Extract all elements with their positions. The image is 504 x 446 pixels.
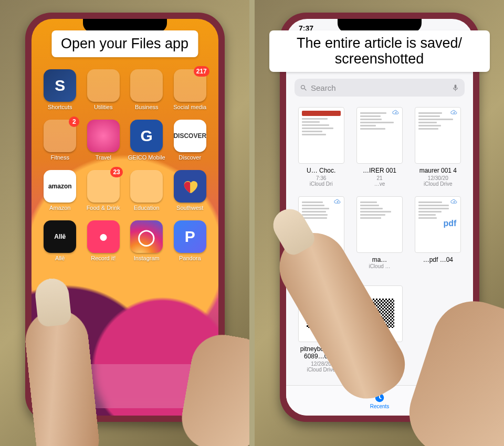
app-label: Pandora	[179, 255, 201, 261]
app-label: GEICO Mobile	[128, 154, 165, 161]
mic-icon[interactable]	[452, 84, 459, 92]
file-item[interactable]: ma…iCloud …	[353, 196, 406, 276]
app-label: Fitness	[51, 154, 69, 161]
app-label: Business	[135, 104, 159, 110]
app-instagram[interactable]: ◯Instagram	[128, 220, 166, 261]
search-input[interactable]: Search	[295, 79, 465, 97]
app-icon[interactable]: S	[44, 69, 76, 102]
folder-icon[interactable]	[130, 170, 163, 203]
tab-label: Recents	[370, 403, 390, 409]
app-icon[interactable]: ●	[87, 220, 120, 253]
right-panel: The entire article is saved/ screenshott…	[255, 0, 504, 446]
app-label: Southwest	[176, 205, 203, 211]
file-item[interactable]: U… Choc.7:36iCloud Dri	[295, 107, 348, 187]
app-icon[interactable]: G	[130, 120, 163, 152]
file-thumbnail[interactable]	[298, 107, 344, 164]
folder-icon[interactable]: 217	[174, 69, 206, 102]
app-label: Discover	[178, 154, 201, 161]
cloud-icon	[392, 110, 400, 115]
app-label: Shortcuts	[48, 104, 72, 110]
app-icon[interactable]: P	[174, 220, 206, 253]
app-label: Record it!	[91, 255, 116, 261]
file-thumbnail[interactable]	[356, 107, 403, 164]
app-icon[interactable]	[174, 170, 206, 203]
badge: 23	[110, 167, 122, 177]
file-thumbnail[interactable]: pdf	[415, 196, 461, 253]
folder-icon[interactable]: 2	[44, 120, 76, 152]
file-date: 12/28/20	[311, 361, 331, 367]
file-name: …IRER 001	[363, 167, 396, 174]
app-shortcuts[interactable]: SShortcuts	[41, 69, 79, 110]
file-location: …ve	[374, 181, 385, 187]
app-travel[interactable]: Travel	[85, 120, 123, 161]
file-name: …pdf …04	[423, 256, 453, 263]
app-business[interactable]: Business	[128, 69, 166, 110]
app-pandora[interactable]: PPandora	[171, 220, 209, 261]
app-label: Food & Drink	[87, 205, 120, 211]
file-item[interactable]: …IRER 00121…ve	[353, 107, 406, 187]
app-social-media[interactable]: 217Social media	[171, 69, 209, 110]
caption-right: The entire article is saved/ screenshott…	[269, 30, 490, 72]
badge: 217	[194, 66, 209, 77]
app-icon[interactable]: Allē	[44, 220, 76, 253]
cloud-icon	[450, 199, 458, 204]
file-date: 21	[376, 175, 382, 181]
file-date: 12/30/20	[428, 175, 448, 181]
file-date: 7:36	[316, 175, 326, 181]
file-name: U… Choc.	[307, 167, 335, 174]
file-location: iCloud Drive	[307, 367, 335, 373]
app-discover[interactable]: DISCOVERDiscover	[171, 120, 209, 161]
folder-icon[interactable]	[130, 69, 163, 102]
app-fitness[interactable]: 2Fitness	[41, 120, 79, 161]
app-label: Education	[134, 205, 160, 211]
search-placeholder: Search	[311, 83, 336, 92]
badge: 2	[69, 116, 79, 127]
app-record-it-[interactable]: ●Record it!	[85, 220, 123, 261]
app-icon[interactable]	[87, 120, 120, 152]
app-label: Instagram	[134, 255, 160, 261]
app-label: Allē	[55, 255, 65, 261]
app-amazon[interactable]: amazonAmazon	[41, 170, 79, 211]
app-food-drink[interactable]: 23Food & Drink	[85, 170, 123, 211]
app-icon[interactable]: DISCOVER	[174, 120, 206, 152]
left-panel: Open your Files app SShortcutsUtilitiesB…	[0, 0, 249, 446]
file-location: iCloud Dri	[310, 181, 333, 187]
app-label: Travel	[96, 154, 111, 161]
app-icon[interactable]: ◯	[130, 220, 163, 253]
folder-icon[interactable]	[87, 69, 120, 102]
app-label: Amazon	[49, 205, 70, 211]
app-southwest[interactable]: Southwest	[171, 170, 209, 211]
file-thumbnail[interactable]	[415, 107, 461, 164]
file-item[interactable]: maurer 001 412/30/20iCloud Drive	[412, 107, 465, 187]
cloud-icon	[333, 199, 342, 204]
search-icon	[300, 84, 308, 92]
cloud-icon	[450, 110, 458, 115]
app-geico-mobile[interactable]: GGEICO Mobile	[128, 120, 166, 161]
file-location: iCloud …	[369, 263, 390, 269]
folder-icon[interactable]: 23	[87, 170, 120, 203]
app-education[interactable]: Education	[128, 170, 166, 211]
app-label: Social media	[173, 104, 206, 110]
app-label: Utilities	[94, 104, 112, 110]
file-location: iCloud Drive	[424, 181, 452, 187]
app-utilities[interactable]: Utilities	[85, 69, 123, 110]
file-name: maurer 001 4	[419, 167, 457, 174]
file-thumbnail[interactable]	[356, 196, 403, 253]
app-icon[interactable]: amazon	[44, 170, 76, 203]
file-name: ma…	[372, 256, 387, 263]
app-all-[interactable]: AllēAllē	[41, 220, 79, 261]
caption-left: Open your Files app	[51, 30, 198, 57]
file-item[interactable]: pdf…pdf …04	[412, 196, 465, 276]
